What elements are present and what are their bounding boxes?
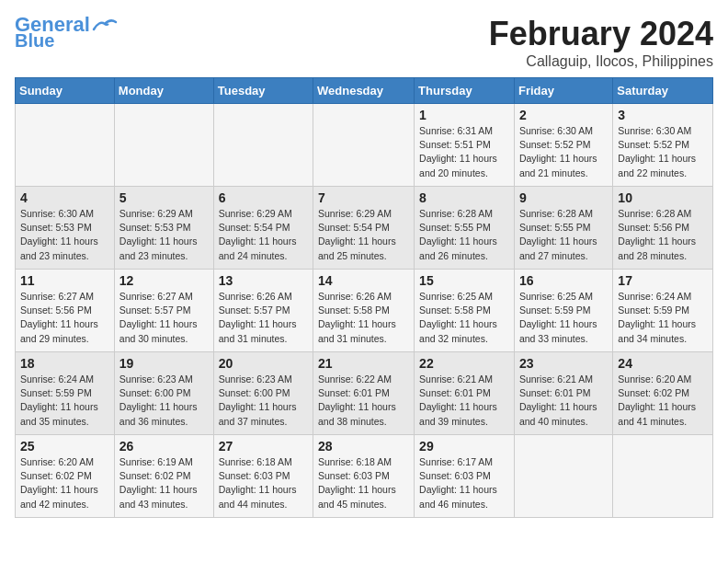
calendar-body: 1Sunrise: 6:31 AMSunset: 5:51 PMDaylight…: [16, 104, 713, 518]
day-info: Sunrise: 6:22 AMSunset: 6:01 PMDaylight:…: [318, 373, 409, 429]
day-number: 13: [219, 273, 308, 288]
day-info: Sunrise: 6:17 AMSunset: 6:03 PMDaylight:…: [419, 455, 509, 511]
title-block: February 2024 Callaguip, Ilocos, Philipp…: [489, 15, 713, 70]
day-number: 26: [119, 439, 209, 454]
calendar-cell: 24Sunrise: 6:20 AMSunset: 6:02 PMDayligh…: [613, 352, 713, 435]
day-info: Sunrise: 6:25 AMSunset: 5:59 PMDaylight:…: [519, 290, 608, 346]
calendar-week-4: 18Sunrise: 6:24 AMSunset: 5:59 PMDayligh…: [16, 352, 713, 435]
day-number: 8: [419, 190, 509, 205]
day-info: Sunrise: 6:24 AMSunset: 5:59 PMDaylight:…: [618, 290, 708, 346]
day-number: 23: [519, 356, 608, 371]
day-info: Sunrise: 6:30 AMSunset: 5:53 PMDaylight:…: [20, 207, 109, 263]
calendar-cell: 12Sunrise: 6:27 AMSunset: 5:57 PMDayligh…: [114, 270, 213, 352]
day-number: 28: [318, 439, 409, 454]
calendar-cell: 2Sunrise: 6:30 AMSunset: 5:52 PMDaylight…: [514, 104, 612, 187]
calendar-cell: 5Sunrise: 6:29 AMSunset: 5:53 PMDaylight…: [114, 187, 213, 270]
calendar-week-1: 1Sunrise: 6:31 AMSunset: 5:51 PMDaylight…: [16, 104, 713, 187]
day-number: 18: [20, 356, 109, 371]
day-number: 15: [419, 273, 509, 288]
day-number: 17: [618, 273, 708, 288]
day-number: 16: [519, 273, 608, 288]
calendar-cell: 20Sunrise: 6:23 AMSunset: 6:00 PMDayligh…: [213, 352, 313, 435]
day-info: Sunrise: 6:28 AMSunset: 5:55 PMDaylight:…: [519, 207, 608, 263]
day-number: 21: [318, 356, 409, 371]
header-cell-saturday: Saturday: [613, 78, 713, 104]
calendar-cell: 1Sunrise: 6:31 AMSunset: 5:51 PMDaylight…: [415, 104, 515, 187]
day-info: Sunrise: 6:23 AMSunset: 6:00 PMDaylight:…: [219, 373, 308, 429]
calendar-cell: 17Sunrise: 6:24 AMSunset: 5:59 PMDayligh…: [613, 270, 713, 352]
calendar-cell: [114, 104, 213, 187]
header-cell-wednesday: Wednesday: [313, 78, 415, 104]
calendar-cell: 10Sunrise: 6:28 AMSunset: 5:56 PMDayligh…: [613, 187, 713, 270]
calendar-cell: 3Sunrise: 6:30 AMSunset: 5:52 PMDaylight…: [613, 104, 713, 187]
calendar-cell: [313, 104, 415, 187]
day-info: Sunrise: 6:26 AMSunset: 5:57 PMDaylight:…: [219, 290, 308, 346]
day-number: 1: [419, 108, 509, 122]
calendar-week-3: 11Sunrise: 6:27 AMSunset: 5:56 PMDayligh…: [16, 270, 713, 352]
day-number: 3: [618, 108, 708, 122]
day-info: Sunrise: 6:24 AMSunset: 5:59 PMDaylight:…: [20, 373, 109, 429]
day-info: Sunrise: 6:20 AMSunset: 6:02 PMDaylight:…: [618, 373, 708, 429]
day-info: Sunrise: 6:29 AMSunset: 5:53 PMDaylight:…: [119, 207, 209, 263]
calendar-cell: 8Sunrise: 6:28 AMSunset: 5:55 PMDaylight…: [415, 187, 515, 270]
calendar-cell: 6Sunrise: 6:29 AMSunset: 5:54 PMDaylight…: [213, 187, 313, 270]
day-number: 24: [618, 356, 708, 371]
day-info: Sunrise: 6:18 AMSunset: 6:03 PMDaylight:…: [219, 455, 308, 511]
day-number: 9: [519, 190, 608, 205]
calendar-cell: 9Sunrise: 6:28 AMSunset: 5:55 PMDaylight…: [514, 187, 612, 270]
day-number: 6: [219, 190, 308, 205]
calendar-cell: 26Sunrise: 6:19 AMSunset: 6:02 PMDayligh…: [114, 435, 213, 518]
day-number: 22: [419, 356, 509, 371]
calendar-cell: 18Sunrise: 6:24 AMSunset: 5:59 PMDayligh…: [16, 352, 115, 435]
day-number: 2: [519, 108, 608, 122]
day-info: Sunrise: 6:27 AMSunset: 5:56 PMDaylight:…: [20, 290, 109, 346]
day-number: 14: [318, 273, 409, 288]
day-info: Sunrise: 6:26 AMSunset: 5:58 PMDaylight:…: [318, 290, 409, 346]
day-info: Sunrise: 6:18 AMSunset: 6:03 PMDaylight:…: [318, 455, 409, 511]
calendar-cell: 27Sunrise: 6:18 AMSunset: 6:03 PMDayligh…: [213, 435, 313, 518]
calendar-cell: 29Sunrise: 6:17 AMSunset: 6:03 PMDayligh…: [415, 435, 515, 518]
month-year-title: February 2024: [489, 15, 713, 53]
calendar-week-2: 4Sunrise: 6:30 AMSunset: 5:53 PMDaylight…: [16, 187, 713, 270]
header-cell-tuesday: Tuesday: [213, 78, 313, 104]
logo-bird-icon: [92, 17, 118, 33]
day-info: Sunrise: 6:20 AMSunset: 6:02 PMDaylight:…: [20, 455, 109, 511]
day-info: Sunrise: 6:30 AMSunset: 5:52 PMDaylight:…: [519, 124, 608, 180]
calendar-week-5: 25Sunrise: 6:20 AMSunset: 6:02 PMDayligh…: [16, 435, 713, 518]
day-info: Sunrise: 6:30 AMSunset: 5:52 PMDaylight:…: [618, 124, 708, 180]
day-info: Sunrise: 6:23 AMSunset: 6:00 PMDaylight:…: [119, 373, 209, 429]
header-row: SundayMondayTuesdayWednesdayThursdayFrid…: [16, 78, 713, 104]
calendar-cell: [16, 104, 115, 187]
header-cell-thursday: Thursday: [415, 78, 515, 104]
header-cell-sunday: Sunday: [16, 78, 115, 104]
calendar-header: SundayMondayTuesdayWednesdayThursdayFrid…: [16, 78, 713, 104]
calendar-cell: 22Sunrise: 6:21 AMSunset: 6:01 PMDayligh…: [415, 352, 515, 435]
day-info: Sunrise: 6:19 AMSunset: 6:02 PMDaylight:…: [119, 455, 209, 511]
calendar-cell: 25Sunrise: 6:20 AMSunset: 6:02 PMDayligh…: [16, 435, 115, 518]
day-info: Sunrise: 6:29 AMSunset: 5:54 PMDaylight:…: [318, 207, 409, 263]
calendar-cell: 13Sunrise: 6:26 AMSunset: 5:57 PMDayligh…: [213, 270, 313, 352]
calendar-cell: 15Sunrise: 6:25 AMSunset: 5:58 PMDayligh…: [415, 270, 515, 352]
day-info: Sunrise: 6:28 AMSunset: 5:56 PMDaylight:…: [618, 207, 708, 263]
calendar-cell: 14Sunrise: 6:26 AMSunset: 5:58 PMDayligh…: [313, 270, 415, 352]
calendar-cell: [213, 104, 313, 187]
calendar-cell: 21Sunrise: 6:22 AMSunset: 6:01 PMDayligh…: [313, 352, 415, 435]
day-info: Sunrise: 6:31 AMSunset: 5:51 PMDaylight:…: [419, 124, 509, 180]
calendar-cell: 11Sunrise: 6:27 AMSunset: 5:56 PMDayligh…: [16, 270, 115, 352]
day-number: 20: [219, 356, 308, 371]
calendar-cell: 4Sunrise: 6:30 AMSunset: 5:53 PMDaylight…: [16, 187, 115, 270]
day-number: 11: [20, 273, 109, 288]
calendar-cell: [514, 435, 612, 518]
day-number: 19: [119, 356, 209, 371]
day-number: 25: [20, 439, 109, 454]
calendar-cell: 23Sunrise: 6:21 AMSunset: 6:01 PMDayligh…: [514, 352, 612, 435]
day-info: Sunrise: 6:29 AMSunset: 5:54 PMDaylight:…: [219, 207, 308, 263]
day-number: 5: [119, 190, 209, 205]
calendar-cell: [613, 435, 713, 518]
header-cell-friday: Friday: [514, 78, 612, 104]
day-info: Sunrise: 6:27 AMSunset: 5:57 PMDaylight:…: [119, 290, 209, 346]
day-number: 29: [419, 439, 509, 454]
day-number: 27: [219, 439, 308, 454]
day-number: 10: [618, 190, 708, 205]
page-header: General Blue February 2024 Callaguip, Il…: [15, 15, 713, 70]
